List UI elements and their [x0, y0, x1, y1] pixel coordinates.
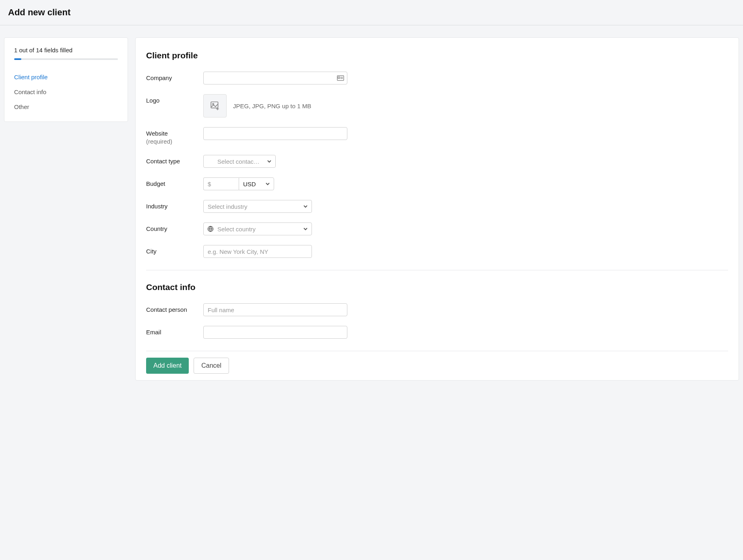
email-input[interactable] [203, 326, 347, 339]
cancel-button[interactable]: Cancel [194, 358, 229, 374]
label-industry: Industry [146, 200, 203, 210]
row-contact-person: Contact person [146, 303, 728, 316]
row-contact-type: Contact type Select contac… [146, 155, 728, 168]
label-website: Website (required) [146, 127, 203, 145]
row-city: City [146, 245, 728, 258]
contact-type-select[interactable]: Select contac… [203, 155, 276, 168]
add-client-button[interactable]: Add client [146, 358, 189, 374]
label-city: City [146, 245, 203, 255]
row-website: Website (required) [146, 127, 728, 145]
svg-rect-1 [338, 77, 340, 78]
row-budget: Budget USD [146, 177, 728, 190]
page-header: Add new client [0, 0, 743, 25]
section-divider [146, 270, 728, 270]
website-input[interactable] [203, 127, 347, 140]
form-footer: Add client Cancel [146, 351, 728, 380]
row-logo: Logo JPEG, JPG, PN [146, 94, 728, 117]
label-country: Country [146, 222, 203, 233]
row-company: Company [146, 72, 728, 84]
image-add-icon [210, 101, 220, 111]
section-contact-info: Contact info Contact person Email [146, 282, 728, 339]
industry-select[interactable]: Select industry [203, 200, 312, 213]
section-title-contact-info: Contact info [146, 282, 728, 292]
label-email: Email [146, 326, 203, 336]
label-contact-type: Contact type [146, 155, 203, 165]
label-website-sub: (required) [146, 138, 203, 146]
main-panel: Client profile Company [135, 37, 739, 381]
row-industry: Industry Select industry [146, 200, 728, 213]
nav-client-profile[interactable]: Client profile [14, 70, 118, 84]
label-company: Company [146, 72, 203, 82]
progress-fill [14, 58, 21, 60]
budget-input[interactable] [203, 177, 239, 190]
label-contact-person: Contact person [146, 303, 203, 314]
label-budget: Budget [146, 177, 203, 188]
section-client-profile: Client profile Company [146, 51, 728, 258]
progress-label: 1 out of 14 fields filled [14, 47, 118, 54]
id-card-icon [337, 75, 344, 81]
contact-person-input[interactable] [203, 303, 347, 316]
nav-other[interactable]: Other [14, 99, 118, 114]
currency-select[interactable]: USD [239, 177, 274, 190]
sidebar-nav: Client profile Contact info Other [14, 70, 118, 114]
progress-bar [14, 58, 118, 60]
nav-contact-info[interactable]: Contact info [14, 84, 118, 99]
company-input[interactable] [203, 72, 347, 84]
city-input[interactable] [203, 245, 312, 258]
label-logo: Logo [146, 94, 203, 105]
logo-upload[interactable] [203, 94, 227, 117]
section-title-client-profile: Client profile [146, 51, 728, 60]
page-title: Add new client [8, 7, 735, 18]
label-website-text: Website [146, 130, 168, 137]
content-container: 1 out of 14 fields filled Client profile… [0, 25, 743, 385]
row-email: Email [146, 326, 728, 339]
country-select[interactable]: Select country [203, 222, 312, 235]
row-country: Country Select country [146, 222, 728, 235]
logo-hint: JPEG, JPG, PNG up to 1 MB [233, 103, 311, 109]
sidebar-card: 1 out of 14 fields filled Client profile… [4, 37, 128, 122]
sidebar: 1 out of 14 fields filled Client profile… [4, 37, 128, 381]
